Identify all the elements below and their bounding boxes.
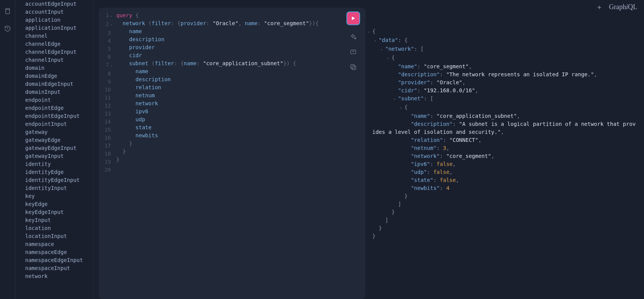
copy-icon[interactable] (349, 63, 357, 71)
sidebar-item[interactable]: accountInput (25, 8, 93, 16)
sidebar-item[interactable]: channelEdge (25, 40, 93, 48)
sidebar-item[interactable]: gateway (25, 128, 93, 136)
editor-toolbar (346, 11, 360, 71)
left-rail (0, 0, 15, 299)
sidebar-item[interactable]: network (25, 272, 93, 280)
sidebar-item[interactable]: keyEdgeInput (25, 208, 93, 216)
sidebar-item[interactable]: namespace (25, 240, 93, 248)
sidebar-item[interactable]: namespaceInput (25, 264, 93, 272)
sidebar-item[interactable]: channel (25, 32, 93, 40)
sidebar-item[interactable]: channelEdgeInput (25, 48, 93, 56)
prettify-icon[interactable] (349, 33, 357, 40)
sidebar-item[interactable]: domainEdgeInput (25, 80, 93, 88)
svg-rect-3 (352, 66, 356, 70)
execute-button[interactable] (346, 11, 360, 25)
sidebar-item[interactable]: gatewayEdgeInput (25, 144, 93, 152)
sidebar-item[interactable]: domain (25, 64, 93, 72)
sidebar-item[interactable]: endpointEdge (25, 104, 93, 112)
sidebar-item[interactable]: keyEdge (25, 200, 93, 208)
merge-icon[interactable] (349, 48, 357, 56)
sidebar-item[interactable]: identity (25, 160, 93, 168)
docs-icon[interactable] (4, 8, 11, 14)
sidebar-item[interactable]: channelInput (25, 56, 93, 64)
sidebar-item[interactable]: accountEdgeInput (25, 0, 93, 8)
sidebar-item[interactable]: gatewayEdge (25, 136, 93, 144)
sidebar-item[interactable]: namespaceEdge (25, 248, 93, 256)
line-gutter: 1234567891011121314151617181920 (99, 8, 114, 299)
sidebar-item[interactable]: namespaceEdgeInput (25, 256, 93, 264)
sidebar-item[interactable]: application (25, 16, 93, 24)
sidebar-item[interactable]: identityEdgeInput (25, 176, 93, 184)
sidebar-item[interactable]: identityInput (25, 184, 93, 192)
sidebar-item[interactable]: applicationInput (25, 24, 93, 32)
query-editor[interactable]: 1234567891011121314151617181920 query { … (99, 8, 365, 299)
sidebar-item[interactable]: location (25, 224, 93, 232)
sidebar-item[interactable]: gatewayInput (25, 152, 93, 160)
sidebar-item[interactable]: endpointEdgeInput (25, 112, 93, 120)
main-area: + GraphiQL 12345678910111213141516171819… (93, 0, 644, 299)
sidebar-item[interactable]: domainEdge (25, 72, 93, 80)
sidebar-item[interactable]: endpointInput (25, 120, 93, 128)
sidebar-item[interactable]: key (25, 192, 93, 200)
sidebar-item[interactable]: identityEdge (25, 168, 93, 176)
sidebar-item[interactable]: domainInput (25, 88, 93, 96)
sidebar-item[interactable]: endpoint (25, 96, 93, 104)
sidebar-item[interactable]: locationInput (25, 232, 93, 240)
svg-rect-4 (351, 64, 354, 68)
schema-sidebar: accountEdgeInputaccountInputapplicationa… (15, 0, 93, 299)
sidebar-item[interactable]: keyInput (25, 216, 93, 224)
svg-rect-0 (5, 8, 10, 14)
response-viewer[interactable]: ▾{ ▾"data": { ▾"network": [ ▾{ "name": "… (365, 8, 644, 299)
code-area[interactable]: query { network (filter: {provider: "Ora… (114, 8, 365, 299)
history-icon[interactable] (4, 25, 11, 32)
